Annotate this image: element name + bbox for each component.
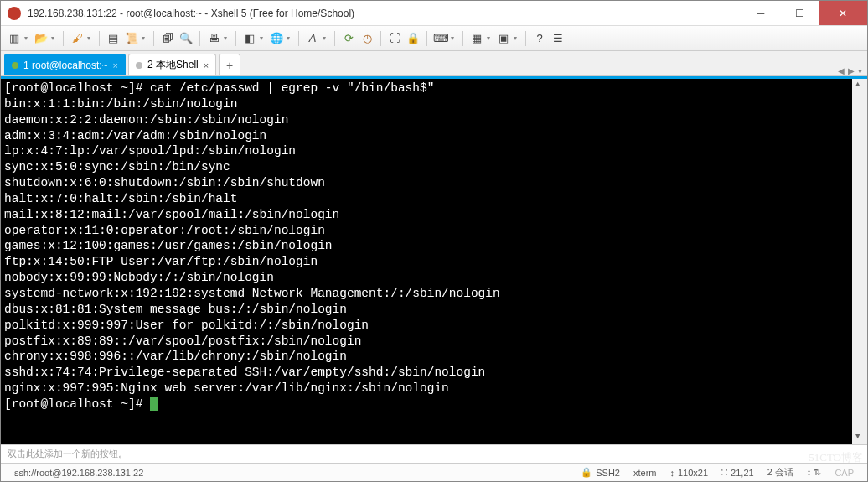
terminal-line: [root@localhost ~]# [4, 396, 862, 412]
open-icon[interactable]: 📂 [33, 30, 49, 47]
brush-icon[interactable]: 🖌 [69, 30, 85, 47]
terminal-line: chrony:x:998:996::/var/lib/chrony:/sbin/… [4, 349, 862, 365]
tab-session-2[interactable]: 2 本地Shell × [128, 54, 216, 75]
titlebar: 192.168.238.131:22 - root@localhost:~ - … [1, 1, 867, 26]
minimize-button[interactable]: ─ [741, 1, 780, 25]
status-protocol: 🔒 SSH2 [581, 467, 620, 478]
color-icon[interactable]: ◧ [241, 30, 258, 47]
tab-bar: 1 root@localhost:~ × 2 本地Shell × + ◀ ▶ ▾ [1, 51, 867, 76]
quick-command-bar[interactable]: 双击此处添加一个新的按钮。 [1, 444, 867, 463]
tab-label: 1 root@localhost:~ [23, 60, 108, 71]
window-title: 192.168.238.131:22 - root@localhost:~ - … [28, 8, 741, 19]
terminal-line: systemd-network:x:192:192:systemd Networ… [4, 286, 862, 302]
status-termtype: xterm [633, 468, 657, 478]
help-icon[interactable]: ? [531, 30, 548, 47]
tab-add-button[interactable]: + [219, 54, 240, 75]
font-icon[interactable]: A [304, 30, 321, 47]
terminal-line: sync:x:5:0:sync:/sbin:/bin/sync [4, 159, 862, 175]
terminal-line: nobody:x:99:99:Nobody:/:/sbin/nologin [4, 270, 862, 286]
terminal-line: nginx:x:997:995:Nginx web server:/var/li… [4, 381, 862, 396]
terminal-line: polkitd:x:999:997:User for polkitd:/:/sb… [4, 318, 862, 334]
command-bar-icon[interactable]: ☰ [550, 30, 566, 47]
tab-close-icon[interactable]: × [204, 60, 209, 70]
watermark: 51CTO博客 [809, 450, 863, 465]
status-arrows: ↕ ⇅ [807, 467, 822, 478]
tab-label: 2 本地Shell [147, 58, 199, 72]
status-dot-icon [136, 62, 142, 69]
terminal-line: halt:x:7:0:halt:/sbin:/sbin/halt [4, 191, 862, 207]
terminal-line: lp:x:4:7:lp:/var/spool/lpd:/sbin/nologin [4, 143, 862, 159]
keyboard-icon[interactable]: ⌨ [432, 30, 449, 47]
status-bar: ssh://root@192.168.238.131:22 🔒 SSH2 xte… [1, 463, 867, 481]
status-cursor: ⸬ 21,21 [721, 467, 754, 478]
terminal-line: dbus:x:81:81:System message bus:/:/sbin/… [4, 302, 862, 318]
tab-list-icon[interactable]: ▾ [858, 66, 862, 75]
status-size: ↕ 110x21 [670, 468, 709, 478]
tab-prev-icon[interactable]: ◀ [838, 66, 845, 75]
new-session-icon[interactable]: ▥ [6, 30, 23, 47]
terminal-line: bin:x:1:1:bin:/bin:/sbin/nologin [4, 96, 862, 112]
status-uri: ssh://root@192.168.238.131:22 [14, 468, 143, 478]
terminal[interactable]: [root@localhost ~]# cat /etc/passwd | eg… [1, 76, 867, 444]
tile-icon[interactable]: ▦ [468, 30, 485, 47]
find-icon[interactable]: 🔍 [178, 30, 194, 47]
copy-icon[interactable]: 🗐 [159, 30, 176, 47]
close-button[interactable]: ✕ [819, 1, 867, 25]
fit-icon[interactable]: ⛶ [386, 30, 403, 47]
terminal-line: daemon:x:2:2:daemon:/sbin:/sbin/nologin [4, 112, 862, 128]
lock-icon[interactable]: 🔒 [405, 30, 421, 47]
print-icon[interactable]: 🖶 [205, 30, 222, 47]
globe-icon[interactable]: 🌐 [268, 30, 285, 47]
quickbar-hint: 双击此处添加一个新的按钮。 [8, 448, 127, 460]
maximize-button[interactable]: ☐ [780, 1, 819, 25]
tab-next-icon[interactable]: ▶ [848, 66, 855, 75]
xagent-icon[interactable]: ⟳ [340, 30, 357, 47]
cursor [150, 397, 158, 411]
terminal-line: postfix:x:89:89::/var/spool/postfix:/sbi… [4, 334, 862, 350]
terminal-line: mail:x:8:12:mail:/var/spool/mail:/sbin/n… [4, 207, 862, 223]
terminal-line: [root@localhost ~]# cat /etc/passwd | eg… [4, 80, 862, 96]
tab-close-icon[interactable]: × [113, 60, 118, 70]
scrollbar[interactable] [852, 79, 867, 444]
status-sessions: 2 会话 [767, 466, 793, 479]
xftp-icon[interactable]: ◷ [359, 30, 375, 47]
status-caps: CAP [834, 468, 854, 478]
terminal-line: games:x:12:100:games:/usr/games:/sbin/no… [4, 238, 862, 254]
script-icon[interactable]: 📜 [123, 30, 140, 47]
app-icon [8, 7, 21, 20]
tab-session-1[interactable]: 1 root@localhost:~ × [4, 54, 126, 75]
terminal-line: ftp:x:14:50:FTP User:/var/ftp:/sbin/nolo… [4, 254, 862, 270]
properties-icon[interactable]: ▤ [105, 30, 121, 47]
cascade-icon[interactable]: ▣ [495, 30, 512, 47]
terminal-line: adm:x:3:4:adm:/var/adm:/sbin/nologin [4, 128, 862, 144]
status-dot-icon [12, 62, 18, 69]
toolbar: ▥▾ 📂▾ 🖌▾ ▤ 📜▾ 🗐 🔍 🖶▾ ◧▾ 🌐▾ A▾ ⟳ ◷ ⛶ 🔒 ⌨▾… [1, 26, 867, 51]
terminal-line: shutdown:x:6:0:shutdown:/sbin:/sbin/shut… [4, 175, 862, 191]
terminal-line: sshd:x:74:74:Privilege-separated SSH:/va… [4, 365, 862, 381]
terminal-line: operator:x:11:0:operator:/root:/sbin/nol… [4, 223, 862, 239]
